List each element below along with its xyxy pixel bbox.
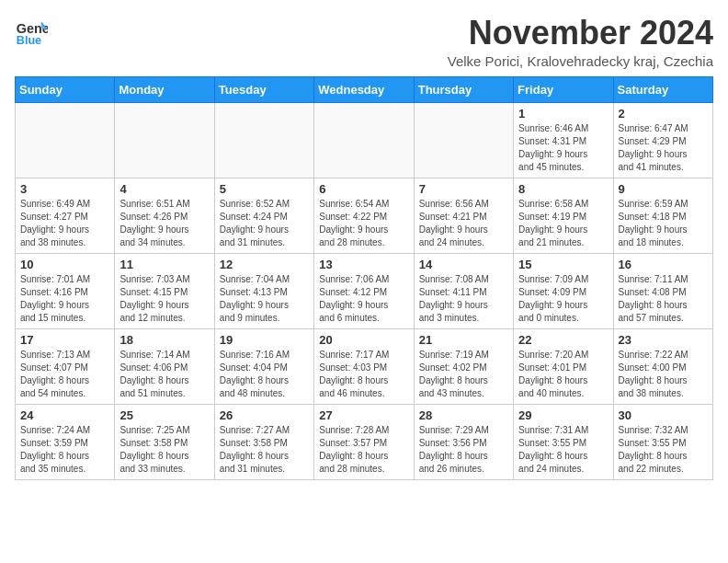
day-info: Sunrise: 7:11 AM Sunset: 4:08 PM Dayligh…: [619, 273, 708, 325]
calendar-cell: 29Sunrise: 7:31 AM Sunset: 3:55 PM Dayli…: [514, 404, 613, 479]
calendar-cell: [414, 102, 513, 178]
day-number: 28: [419, 408, 508, 422]
day-number: 26: [220, 408, 309, 422]
day-info: Sunrise: 6:58 AM Sunset: 4:19 PM Dayligh…: [518, 198, 608, 249]
calendar-cell: 21Sunrise: 7:19 AM Sunset: 4:02 PM Dayli…: [414, 328, 513, 404]
column-header-tuesday: Tuesday: [214, 76, 313, 102]
day-info: Sunrise: 7:04 AM Sunset: 4:13 PM Dayligh…: [220, 273, 309, 325]
day-info: Sunrise: 7:32 AM Sunset: 3:55 PM Dayligh…: [619, 424, 708, 476]
day-number: 8: [518, 182, 608, 196]
calendar-cell: [214, 102, 313, 178]
day-number: 7: [419, 182, 508, 196]
column-header-friday: Friday: [514, 76, 613, 102]
day-info: Sunrise: 7:28 AM Sunset: 3:57 PM Dayligh…: [319, 424, 408, 476]
column-header-monday: Monday: [115, 76, 214, 102]
week-row-4: 17Sunrise: 7:13 AM Sunset: 4:07 PM Dayli…: [16, 328, 713, 404]
day-info: Sunrise: 7:19 AM Sunset: 4:02 PM Dayligh…: [419, 349, 508, 400]
title-area: November 2024 Velke Porici, Kralovehrade…: [448, 15, 713, 69]
calendar-cell: 23Sunrise: 7:22 AM Sunset: 4:00 PM Dayli…: [613, 328, 712, 404]
day-info: Sunrise: 6:49 AM Sunset: 4:27 PM Dayligh…: [20, 198, 109, 249]
calendar-cell: 7Sunrise: 6:56 AM Sunset: 4:21 PM Daylig…: [414, 178, 513, 253]
calendar-cell: 24Sunrise: 7:24 AM Sunset: 3:59 PM Dayli…: [16, 404, 115, 479]
day-number: 9: [619, 182, 708, 196]
page-header: General Blue November 2024 Velke Porici,…: [15, 15, 713, 69]
day-info: Sunrise: 7:14 AM Sunset: 4:06 PM Dayligh…: [119, 349, 209, 400]
day-number: 14: [419, 258, 508, 271]
day-info: Sunrise: 7:01 AM Sunset: 4:16 PM Dayligh…: [20, 273, 109, 325]
day-number: 4: [119, 182, 209, 196]
week-row-3: 10Sunrise: 7:01 AM Sunset: 4:16 PM Dayli…: [16, 253, 713, 328]
day-info: Sunrise: 7:13 AM Sunset: 4:07 PM Dayligh…: [20, 349, 109, 400]
day-number: 15: [518, 258, 608, 271]
day-number: 11: [119, 258, 209, 271]
calendar-cell: 1Sunrise: 6:46 AM Sunset: 4:31 PM Daylig…: [514, 102, 613, 178]
calendar-cell: 10Sunrise: 7:01 AM Sunset: 4:16 PM Dayli…: [16, 253, 115, 328]
calendar-cell: [16, 102, 115, 178]
calendar-cell: [314, 102, 414, 178]
calendar-cell: 9Sunrise: 6:59 AM Sunset: 4:18 PM Daylig…: [613, 178, 712, 253]
calendar-cell: 20Sunrise: 7:17 AM Sunset: 4:03 PM Dayli…: [314, 328, 414, 404]
calendar-cell: 27Sunrise: 7:28 AM Sunset: 3:57 PM Dayli…: [314, 404, 414, 479]
day-info: Sunrise: 7:06 AM Sunset: 4:12 PM Dayligh…: [319, 273, 408, 325]
location: Velke Porici, Kralovehradecky kraj, Czec…: [448, 53, 713, 69]
day-number: 21: [419, 333, 508, 347]
svg-text:Blue: Blue: [17, 34, 41, 47]
day-number: 23: [619, 333, 708, 347]
calendar-cell: 11Sunrise: 7:03 AM Sunset: 4:15 PM Dayli…: [115, 253, 214, 328]
day-number: 3: [20, 182, 109, 196]
calendar-cell: 19Sunrise: 7:16 AM Sunset: 4:04 PM Dayli…: [214, 328, 313, 404]
month-title: November 2024: [448, 15, 713, 52]
calendar-cell: 13Sunrise: 7:06 AM Sunset: 4:12 PM Dayli…: [314, 253, 414, 328]
day-info: Sunrise: 6:54 AM Sunset: 4:22 PM Dayligh…: [319, 198, 408, 249]
calendar-cell: 3Sunrise: 6:49 AM Sunset: 4:27 PM Daylig…: [16, 178, 115, 253]
day-number: 19: [220, 333, 309, 347]
day-info: Sunrise: 7:20 AM Sunset: 4:01 PM Dayligh…: [518, 349, 608, 400]
day-info: Sunrise: 7:09 AM Sunset: 4:09 PM Dayligh…: [518, 273, 608, 325]
day-number: 24: [20, 408, 109, 422]
day-number: 16: [619, 258, 708, 271]
calendar-cell: 25Sunrise: 7:25 AM Sunset: 3:58 PM Dayli…: [115, 404, 214, 479]
calendar-header-row: SundayMondayTuesdayWednesdayThursdayFrid…: [16, 76, 713, 102]
column-header-thursday: Thursday: [414, 76, 513, 102]
calendar-cell: 15Sunrise: 7:09 AM Sunset: 4:09 PM Dayli…: [514, 253, 613, 328]
logo-icon: General Blue: [15, 15, 48, 48]
day-info: Sunrise: 7:25 AM Sunset: 3:58 PM Dayligh…: [119, 424, 209, 476]
calendar-cell: [115, 102, 214, 178]
day-number: 20: [319, 333, 408, 347]
calendar-cell: 26Sunrise: 7:27 AM Sunset: 3:58 PM Dayli…: [214, 404, 313, 479]
day-info: Sunrise: 7:22 AM Sunset: 4:00 PM Dayligh…: [619, 349, 708, 400]
day-info: Sunrise: 7:31 AM Sunset: 3:55 PM Dayligh…: [518, 424, 608, 476]
day-number: 6: [319, 182, 408, 196]
calendar-cell: 4Sunrise: 6:51 AM Sunset: 4:26 PM Daylig…: [115, 178, 214, 253]
day-number: 29: [518, 408, 608, 422]
calendar-cell: 18Sunrise: 7:14 AM Sunset: 4:06 PM Dayli…: [115, 328, 214, 404]
day-number: 5: [220, 182, 309, 196]
day-info: Sunrise: 7:03 AM Sunset: 4:15 PM Dayligh…: [119, 273, 209, 325]
day-number: 10: [20, 258, 109, 271]
day-info: Sunrise: 6:47 AM Sunset: 4:29 PM Dayligh…: [619, 122, 708, 174]
day-number: 25: [119, 408, 209, 422]
calendar-cell: 16Sunrise: 7:11 AM Sunset: 4:08 PM Dayli…: [613, 253, 712, 328]
day-info: Sunrise: 7:17 AM Sunset: 4:03 PM Dayligh…: [319, 349, 408, 400]
column-header-saturday: Saturday: [613, 76, 712, 102]
day-number: 27: [319, 408, 408, 422]
calendar-cell: 8Sunrise: 6:58 AM Sunset: 4:19 PM Daylig…: [514, 178, 613, 253]
calendar-table: SundayMondayTuesdayWednesdayThursdayFrid…: [15, 76, 713, 480]
day-number: 22: [518, 333, 608, 347]
day-info: Sunrise: 6:59 AM Sunset: 4:18 PM Dayligh…: [619, 198, 708, 249]
calendar-cell: 30Sunrise: 7:32 AM Sunset: 3:55 PM Dayli…: [613, 404, 712, 479]
day-number: 30: [619, 408, 708, 422]
column-header-wednesday: Wednesday: [314, 76, 414, 102]
day-info: Sunrise: 6:51 AM Sunset: 4:26 PM Dayligh…: [119, 198, 209, 249]
week-row-1: 1Sunrise: 6:46 AM Sunset: 4:31 PM Daylig…: [16, 102, 713, 178]
day-number: 1: [518, 107, 608, 121]
day-info: Sunrise: 7:08 AM Sunset: 4:11 PM Dayligh…: [419, 273, 508, 325]
calendar-cell: 12Sunrise: 7:04 AM Sunset: 4:13 PM Dayli…: [214, 253, 313, 328]
calendar-cell: 2Sunrise: 6:47 AM Sunset: 4:29 PM Daylig…: [613, 102, 712, 178]
calendar-cell: 28Sunrise: 7:29 AM Sunset: 3:56 PM Dayli…: [414, 404, 513, 479]
day-info: Sunrise: 7:27 AM Sunset: 3:58 PM Dayligh…: [220, 424, 309, 476]
calendar-cell: 17Sunrise: 7:13 AM Sunset: 4:07 PM Dayli…: [16, 328, 115, 404]
calendar-cell: 22Sunrise: 7:20 AM Sunset: 4:01 PM Dayli…: [514, 328, 613, 404]
week-row-2: 3Sunrise: 6:49 AM Sunset: 4:27 PM Daylig…: [16, 178, 713, 253]
day-info: Sunrise: 7:29 AM Sunset: 3:56 PM Dayligh…: [419, 424, 508, 476]
